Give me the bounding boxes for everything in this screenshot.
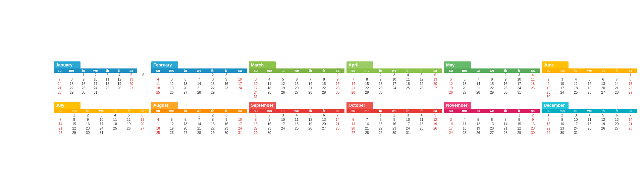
day-cell: 3: [220, 73, 233, 77]
day-cell: 15: [513, 122, 526, 126]
day-header-th: th: [401, 109, 415, 113]
day-cell: [125, 90, 138, 95]
month-header-august: August: [151, 102, 178, 109]
day-cell: 14: [346, 82, 360, 86]
day-header-fr: fr: [513, 68, 526, 73]
day-cell: 14: [624, 117, 637, 122]
day-cell: [165, 113, 179, 117]
day-cell: 27: [346, 131, 360, 135]
day-cell: [596, 95, 610, 99]
day-cell: 20: [136, 122, 149, 126]
day-header-sa: sa: [526, 109, 540, 113]
day-cell: 24: [569, 126, 583, 131]
day-header-sa: sa: [331, 68, 344, 73]
day-cell: 10: [401, 117, 415, 122]
day-cell: [583, 131, 596, 135]
day-cell: 1: [192, 113, 206, 117]
month-april: Aprilsumotuwethfrsa123456789101112131415…: [346, 61, 442, 99]
month-july: Julysumotuwethfrsa1234567891011121314151…: [54, 102, 149, 135]
day-cell: 20: [178, 126, 192, 131]
day-cell: 5: [471, 117, 485, 122]
day-cell: 20: [317, 122, 331, 126]
day-cell: 9: [220, 77, 233, 82]
day-cell: [596, 73, 610, 77]
day-cell: 10: [90, 77, 102, 82]
day-cell: 29: [67, 131, 81, 135]
day-cell: 4: [263, 77, 276, 82]
day-cell: 9: [499, 77, 513, 82]
day-header-we: we: [90, 68, 102, 73]
day-cell: 26: [444, 90, 458, 95]
day-header-tu: tu: [81, 109, 95, 113]
day-cell: 22: [485, 86, 499, 90]
day-cell: 5: [415, 73, 429, 77]
day-cell: [610, 131, 624, 135]
day-header-mo: mo: [165, 68, 179, 73]
day-cell: 25: [151, 90, 165, 95]
day-cell: 5: [444, 77, 458, 82]
day-cell: 25: [569, 90, 583, 95]
day-cell: 8: [249, 117, 263, 122]
day-cell: 8: [67, 117, 81, 122]
day-cell: 27: [596, 90, 610, 95]
day-cell: 31: [401, 131, 415, 135]
day-cell: 24: [444, 131, 458, 135]
day-cell: 4: [526, 73, 540, 77]
day-cell: [583, 73, 596, 77]
day-cell: [471, 73, 485, 77]
month-june: Junesumotuwethfrsa1234567891011121314151…: [542, 61, 637, 99]
day-cell: 24: [401, 126, 415, 131]
day-cell: 26: [428, 126, 442, 131]
day-cell: 25: [108, 126, 122, 131]
day-cell: 17: [233, 82, 247, 86]
day-cell: [569, 95, 583, 99]
day-cell: 6: [346, 117, 360, 122]
day-cell: 11: [151, 122, 165, 126]
day-header-mo: mo: [263, 68, 276, 73]
day-cell: 10: [276, 117, 290, 122]
day-header-su: su: [346, 68, 360, 73]
day-cell: 13: [610, 117, 624, 122]
calendars-wrapper: Januarysumotuwethfrsa1234567891011121314…: [54, 61, 637, 135]
day-cell: 11: [415, 117, 429, 122]
day-cell: 30: [77, 90, 90, 95]
day-cell: 19: [165, 86, 179, 90]
bottom-row-months: Julysumotuwethfrsa1234567891011121314151…: [54, 102, 637, 135]
day-cell: 24: [555, 90, 569, 95]
day-cell: [276, 95, 290, 99]
day-header-th: th: [401, 68, 415, 73]
day-cell: 27: [125, 86, 138, 90]
day-header-mo: mo: [360, 68, 374, 73]
day-cell: 16: [526, 122, 540, 126]
day-cell: 24: [90, 86, 102, 90]
month-grid-october: sumotuwethfrsa12345678910111213141516171…: [346, 109, 442, 135]
day-cell: 20: [428, 82, 442, 86]
day-cell: [401, 90, 415, 95]
day-cell: 11: [108, 117, 122, 122]
day-cell: 4: [401, 73, 415, 77]
day-cell: 2: [206, 113, 220, 117]
day-cell: 7: [610, 77, 624, 82]
day-cell: 1: [77, 73, 90, 77]
day-cell: 10: [555, 82, 569, 86]
day-cell: 2: [542, 77, 555, 82]
day-cell: 15: [249, 122, 263, 126]
top-row-months: Januarysumotuwethfrsa1234567891011121314…: [54, 61, 637, 99]
day-cell: 8: [485, 77, 499, 82]
day-cell: 28: [192, 131, 206, 135]
day-header-tu: tu: [569, 109, 583, 113]
day-cell: 2: [374, 73, 387, 77]
day-cell: 14: [499, 122, 513, 126]
day-cell: 14: [471, 82, 485, 86]
day-header-tu: tu: [77, 68, 90, 73]
month-header-october: October: [346, 102, 373, 109]
month-may: Maysumotuwethfrsa12345678910111213141516…: [444, 61, 540, 99]
day-header-we: we: [192, 109, 206, 113]
month-december: Decembersumotuwethfrsa123456789101112131…: [542, 102, 637, 135]
day-cell: [555, 95, 569, 99]
day-cell: 16: [263, 122, 276, 126]
day-cell: 3: [249, 77, 263, 82]
day-cell: 26: [471, 131, 485, 135]
month-february: Februarysumotuwethfrsa123456789101112131…: [151, 61, 247, 99]
day-cell: [151, 113, 165, 117]
